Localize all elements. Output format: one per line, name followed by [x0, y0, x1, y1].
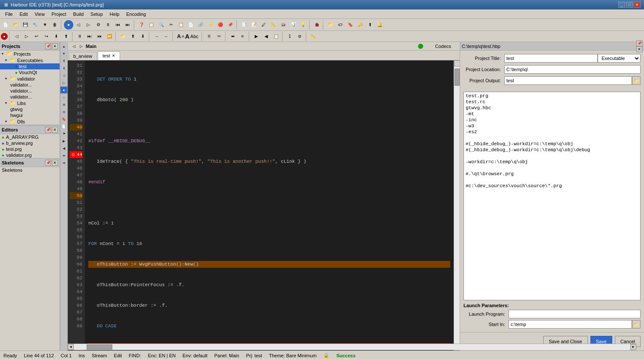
editor-item-0[interactable]: ● A_ARRAY.PRG [0, 134, 60, 140]
skeletons-close-button[interactable]: ✕ [52, 160, 58, 166]
tb2-btn-2[interactable]: ↩ [32, 32, 41, 41]
tb2-btn-num2[interactable]: ⚙ [295, 32, 304, 41]
toolbar-btn-29[interactable]: 📊 [289, 20, 298, 30]
toolbar-btn-28[interactable]: 🗂 [279, 20, 288, 30]
tb2-btn-more2[interactable]: ◀ [262, 32, 271, 41]
pf-w3[interactable]: -w3 [466, 123, 638, 129]
scroll-up-button[interactable]: ▲ [454, 60, 460, 66]
start-in-browse-button[interactable]: 📁 [632, 320, 641, 329]
validator-file-1[interactable]: validator... [0, 82, 60, 88]
toolbar-btn-35[interactable]: 🔑 [355, 20, 365, 30]
launch-program-input[interactable] [509, 310, 641, 318]
side-icon-2[interactable]: ▼ [60, 50, 67, 57]
minimize-button[interactable]: _ [618, 2, 625, 8]
menu-setup[interactable]: Setup [87, 11, 106, 18]
pf-inc[interactable]: -inc [466, 117, 638, 123]
toolbar-btn-24[interactable]: 📑 [239, 20, 249, 30]
tb2-btn-more1[interactable]: ▶ [252, 32, 261, 41]
menu-view[interactable]: View [31, 11, 48, 18]
side-icon-6[interactable]: ▷ [60, 79, 67, 86]
tb2-btn-outdent[interactable]: ← [162, 32, 171, 41]
side-icon-8[interactable]: ○ [60, 94, 67, 101]
browse-button[interactable]: 📁 [632, 76, 641, 85]
toolbar-btn-30[interactable]: 💡 [298, 20, 308, 30]
tb2-btn-6[interactable]: ⏸ [75, 32, 84, 41]
tb2-btn-10[interactable]: 📁 [118, 32, 128, 41]
font-size-large[interactable]: A [185, 33, 190, 40]
tb2-nav-fwd[interactable]: ▷ [22, 32, 31, 41]
toolbar-btn-15[interactable]: 📋 [147, 20, 156, 30]
toolbar-btn-5[interactable]: ▼ [40, 20, 50, 30]
tb2-btn-cut[interactable]: ✂ [214, 32, 224, 41]
side-icon-16[interactable]: ⬅ [60, 152, 67, 159]
toolbar-btn-18[interactable]: 📋 [176, 20, 186, 30]
toolbar-btn-33[interactable]: 🏷 [336, 20, 345, 30]
scroll-left-button[interactable]: ◄ [68, 344, 74, 350]
tb2-nav-back[interactable]: ◁ [12, 32, 21, 41]
tb2-btn-4[interactable]: ⬇ [51, 32, 61, 41]
side-icon-4[interactable]: ⬇ [60, 65, 67, 72]
menu-encoding[interactable]: Encoding [123, 11, 149, 18]
projects-close-button[interactable]: ✕ [52, 43, 58, 49]
menu-file[interactable]: File [2, 11, 16, 18]
side-icon-15[interactable]: ◀ [60, 145, 67, 152]
pf-workdir[interactable]: -workdir=c:\temp\q\obj [466, 159, 638, 165]
editor-item-1[interactable]: ● b_arview.prg [0, 140, 60, 146]
side-icon-12[interactable]: 📑 [60, 123, 67, 130]
tb2-btn-align-center[interactable]: ≡ [238, 32, 247, 41]
nav-fwd-button[interactable]: ▷ [78, 44, 84, 49]
toolbar-btn-13[interactable]: ⏭ [123, 20, 132, 30]
validator-file-2[interactable]: validator... [0, 88, 60, 94]
vertical-scrollbar[interactable]: ▲ ▼ [454, 60, 460, 350]
right-panel-pin[interactable]: 📌 [636, 40, 642, 46]
menu-build[interactable]: Build [70, 11, 87, 18]
toolbar-btn-23[interactable]: 📌 [226, 20, 235, 30]
tb2-btn-8[interactable]: ⏮ [95, 32, 104, 41]
hwgui-item[interactable]: hwgui [0, 112, 60, 118]
tb2-btn-indent[interactable]: → [152, 32, 161, 41]
editor-item-2[interactable]: ● test.prg [0, 146, 60, 152]
side-icon-10[interactable]: ⊖ [60, 108, 67, 115]
scroll-thumb[interactable] [454, 69, 460, 86]
editors-close-button[interactable]: ✕ [52, 127, 58, 133]
code-text[interactable]: SET ORDER TO 1 dbGoto( 200 ) #ifdef __HB… [85, 60, 454, 350]
editors-pin-button[interactable]: 📌 [45, 127, 51, 133]
validator-file-3[interactable]: validator... [0, 94, 60, 100]
toolbar-btn-21[interactable]: ⚡ [206, 20, 215, 30]
gtwvg-item[interactable]: gtwvg [0, 106, 60, 112]
side-icon-11[interactable]: 🔖 [60, 116, 67, 123]
font-size-small[interactable]: A [182, 34, 184, 39]
menu-help[interactable]: Help [106, 11, 123, 18]
toolbar-btn-26[interactable]: 🖊 [259, 20, 268, 30]
start-in-input[interactable] [509, 320, 632, 329]
projects-root-item[interactable]: ▾ 📁 Projects [0, 51, 60, 57]
toolbar-btn-8[interactable]: ◁ [74, 20, 83, 30]
project-type-select[interactable]: Executable [598, 54, 641, 63]
pf-test-prg[interactable]: test.prg [466, 93, 638, 99]
toolbar-btn-31[interactable]: 🐞 [312, 20, 322, 30]
code-editor[interactable]: 31 32 33 34 35 36 37 38 39 40 41 42 43 4… [68, 60, 460, 350]
project-title-input[interactable] [504, 54, 598, 63]
pf-hbide-debug-1[interactable]: #(_hbide_debug_)-workdir=c:\temp\q\obj [466, 141, 638, 147]
project-files-list[interactable]: test.prg test.rc gtwvg.hbc -mt -inc -w3 … [463, 92, 641, 300]
tb2-btn-more4[interactable]: 📐 [309, 32, 318, 41]
skeletons-root-item[interactable]: Skeletons [0, 167, 60, 173]
side-icon-17[interactable]: ➡ [60, 159, 67, 166]
project-location-input[interactable] [504, 65, 641, 74]
horizontal-scrollbar[interactable]: ◄ ► [68, 344, 460, 350]
hscroll-thumb[interactable] [87, 344, 112, 350]
toolbar-btn-25[interactable]: 📝 [249, 20, 259, 30]
skeletons-pin-button[interactable]: 📌 [45, 160, 51, 166]
hscroll-track[interactable] [74, 344, 460, 350]
tb2-btn-num1[interactable]: 1 [285, 32, 295, 41]
toolbar-btn-4[interactable]: 🔧 [30, 20, 40, 30]
toolbar-btn-9[interactable]: ▷ [84, 20, 93, 30]
project-output-input[interactable] [504, 76, 632, 85]
toolbar-btn-36[interactable]: ⬆ [365, 20, 375, 30]
toolbar-btn-17[interactable]: ✂ [166, 20, 176, 30]
toolbar-btn-22[interactable]: 🔴 [216, 20, 225, 30]
validator-item[interactable]: ▾ 📁 validator [0, 75, 60, 82]
save-tb-button[interactable]: 💾 [21, 20, 30, 30]
toolbar-btn-32[interactable]: 📁 [326, 20, 335, 30]
scroll-track[interactable] [454, 66, 460, 344]
